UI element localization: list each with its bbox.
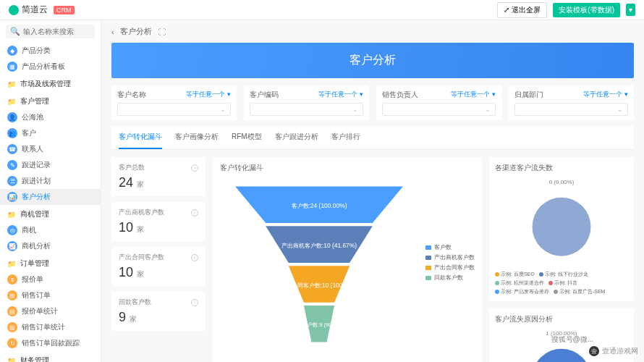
search-box[interactable]: 🔍: [6, 25, 95, 38]
main-content: ‹ 客户分析 ⛶ 客户分析 客户名称等于任意一个 ▾ ⌄ 客户编码等于任意一个 …: [101, 20, 644, 362]
funnel-chart: 客户数:24 (100.00%) 产出商机客户数:10 (41.67%) 产出合…: [220, 179, 418, 347]
quote-icon: $: [7, 274, 17, 285]
folder-icon: 📁: [7, 211, 16, 219]
filter-select[interactable]: ⌄: [117, 103, 231, 116]
nav-customer-analysis[interactable]: 📊客户分析: [0, 189, 101, 205]
analysis-tabs: 客户转化漏斗 客户画像分析 RFM模型 客户跟进分析 客户排行: [111, 126, 634, 150]
nav-follow-plan[interactable]: ☰跟进计划: [0, 173, 101, 189]
legend-dot-icon: [425, 245, 431, 250]
order-icon: ▤: [7, 290, 17, 300]
filter-sales-owner: 销售负责人等于任意一个 ▾ ⌄: [376, 85, 501, 120]
install-template-button[interactable]: 安装模板(带数据): [553, 3, 620, 17]
nav-group-finance[interactable]: 📁财务管理: [0, 351, 101, 362]
search-icon: 🔍: [10, 27, 20, 36]
exit-fullscreen-button[interactable]: ⤢ 退出全屏: [497, 2, 547, 18]
analysis-icon: 📊: [7, 192, 17, 202]
nav-sales-order[interactable]: ▤销售订单: [0, 287, 101, 303]
filter-select[interactable]: ⌄: [514, 103, 628, 116]
nav-group-market[interactable]: 📁市场及线索管理: [0, 75, 101, 92]
install-dropdown-button[interactable]: ▾: [626, 4, 635, 16]
tab-ranking[interactable]: 客户排行: [331, 126, 360, 149]
folder-icon: 📁: [7, 98, 16, 106]
legend-item: 示例:抖音: [548, 279, 577, 287]
search-input[interactable]: [23, 28, 90, 35]
nav-sales-stat[interactable]: ▤销售订单统计: [0, 319, 101, 335]
sidebar: 🔍 ◆产品分类 ▦产品分析看板 📁市场及线索管理 📁客户管理 👤公海池 👥客户 …: [0, 20, 101, 362]
filter-department: 归属部门等于任意一个 ▾ ⌄: [509, 85, 634, 120]
filter-cond-link[interactable]: 等于任意一个 ▾: [186, 90, 231, 100]
info-icon[interactable]: i: [191, 209, 198, 216]
breadcrumb-back-icon[interactable]: ‹: [111, 28, 114, 36]
stat-contract-customers: 产出合同客户数i 10 家: [111, 247, 206, 286]
nav-contact[interactable]: ☎联系人: [0, 141, 101, 157]
nav-payback-track[interactable]: ↻销售订单回款跟踪: [0, 335, 101, 351]
channel-legend: 示例:百度SEO 示例:线下行业沙龙 示例:杭州渠道合作 示例:抖音 示例:产品…: [495, 271, 628, 295]
nav-customer[interactable]: 👥客户: [0, 125, 101, 141]
legend-item: 客户数: [425, 243, 475, 251]
info-icon[interactable]: i: [191, 299, 198, 306]
logo-icon: [9, 5, 19, 15]
breadcrumb: ‹ 客户分析 ⛶: [111, 20, 634, 43]
nav-opp-analysis[interactable]: 📈商机分析: [0, 238, 101, 254]
nav-follow-record[interactable]: ✎跟进记录: [0, 157, 101, 173]
crm-badge: CRM: [54, 6, 75, 14]
filter-select[interactable]: ⌄: [250, 103, 363, 116]
svg-text:回款客户数:9 (90.00%): 回款客户数:9 (90.00%): [292, 321, 345, 328]
filter-select[interactable]: ⌄: [382, 103, 496, 116]
legend-dot-icon: [425, 256, 431, 260]
svg-text:产出合同客户数:10 (100.00%): 产出合同客户数:10 (100.00%): [280, 282, 359, 289]
nav-quote-stat[interactable]: ▤报价单统计: [0, 303, 101, 319]
nav-group-opportunity[interactable]: 📁商机管理: [0, 205, 101, 222]
tab-rfm[interactable]: RFM模型: [232, 126, 262, 149]
legend-item: 示例:线下行业沙龙: [539, 271, 588, 278]
filter-customer-code: 客户编码等于任意一个 ▾ ⌄: [244, 85, 369, 120]
pie-chart-empty: [495, 187, 628, 266]
filter-bar: 客户名称等于任意一个 ▾ ⌄ 客户编码等于任意一个 ▾ ⌄ 销售负责人等于任意一…: [111, 85, 634, 120]
page-banner: 客户分析: [111, 43, 634, 78]
sohu-watermark: 搜狐号@微...: [551, 334, 594, 345]
tab-portrait[interactable]: 客户画像分析: [175, 126, 219, 149]
legend-item: 产出商机客户数: [425, 253, 475, 261]
filter-cond-link[interactable]: 等于任意一个 ▾: [318, 90, 363, 100]
plan-icon: ☰: [7, 176, 17, 186]
filter-cond-link[interactable]: 等于任意一个 ▾: [583, 90, 628, 100]
tab-funnel[interactable]: 客户转化漏斗: [119, 126, 162, 149]
filter-cond-link[interactable]: 等于任意一个 ▾: [451, 90, 496, 100]
stat-payment-customers: 回款客户数i 9 家: [111, 292, 206, 331]
expand-icon[interactable]: ⛶: [158, 28, 166, 36]
chart-icon: 📈: [7, 241, 17, 251]
tab-followup[interactable]: 客户跟进分析: [275, 126, 318, 149]
cube-icon: ◆: [7, 46, 17, 56]
record-icon: ✎: [7, 160, 17, 170]
nav-product-category[interactable]: ◆产品分类: [0, 43, 101, 59]
nav-product-board[interactable]: ▦产品分析看板: [0, 59, 101, 75]
stat-total-customers: 客户总数i 24 家: [111, 157, 206, 196]
legend-item: 产出合同客户数: [425, 264, 475, 272]
brand-text: 简道云: [22, 4, 48, 16]
info-icon[interactable]: i: [191, 254, 198, 261]
info-icon[interactable]: i: [191, 164, 198, 172]
legend-item: 示例:杭州渠道合作: [495, 279, 544, 287]
panel-title: 客户转化漏斗: [220, 163, 475, 173]
folder-icon: 📁: [7, 260, 16, 268]
funnel-panel: 客户转化漏斗 客户数:24 (100.00%) 产出商机客户数:10 (41.6…: [213, 157, 482, 362]
user-icon: 👤: [7, 112, 17, 122]
legend-dot-icon: [425, 276, 431, 280]
nav-opportunity[interactable]: ◎商机: [0, 222, 101, 238]
track-icon: ↻: [7, 338, 17, 348]
stat-icon: ▤: [7, 306, 17, 316]
breadcrumb-current: 客户分析: [120, 26, 152, 37]
folder-icon: 📁: [7, 80, 16, 88]
nav-quote[interactable]: $报价单: [0, 272, 101, 287]
nav-pool[interactable]: 👤公海池: [0, 109, 101, 125]
target-icon: ◎: [7, 225, 17, 235]
stat-opp-customers: 产出商机客户数i 10 家: [111, 202, 206, 241]
legend-dot-icon: [425, 266, 431, 270]
panel-title: 客户流失原因分析: [495, 314, 628, 324]
brand-logo[interactable]: 简道云: [9, 4, 48, 16]
chart-icon: ▦: [7, 62, 17, 72]
expand-icon: ⤢: [504, 6, 509, 14]
nav-group-customer[interactable]: 📁客户管理: [0, 92, 101, 109]
contact-icon: ☎: [7, 144, 17, 154]
nav-group-order[interactable]: 📁订单管理: [0, 254, 101, 272]
